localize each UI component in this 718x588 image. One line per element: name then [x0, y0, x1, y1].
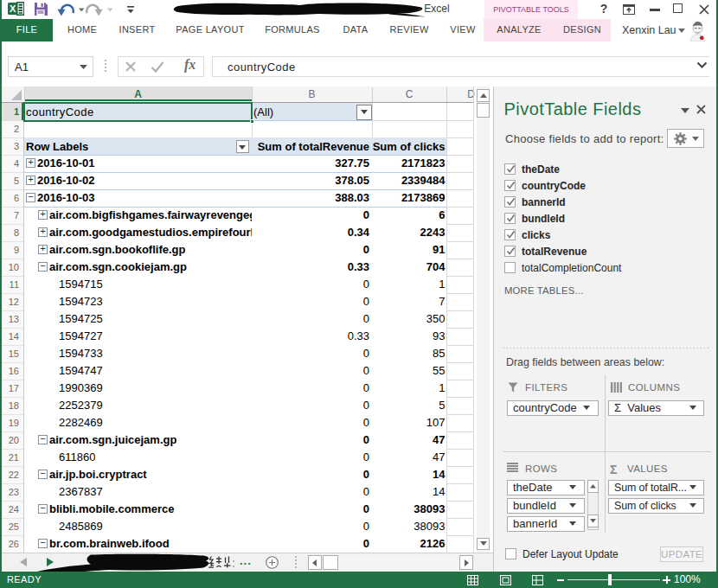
svg-text:X: X	[10, 3, 16, 14]
